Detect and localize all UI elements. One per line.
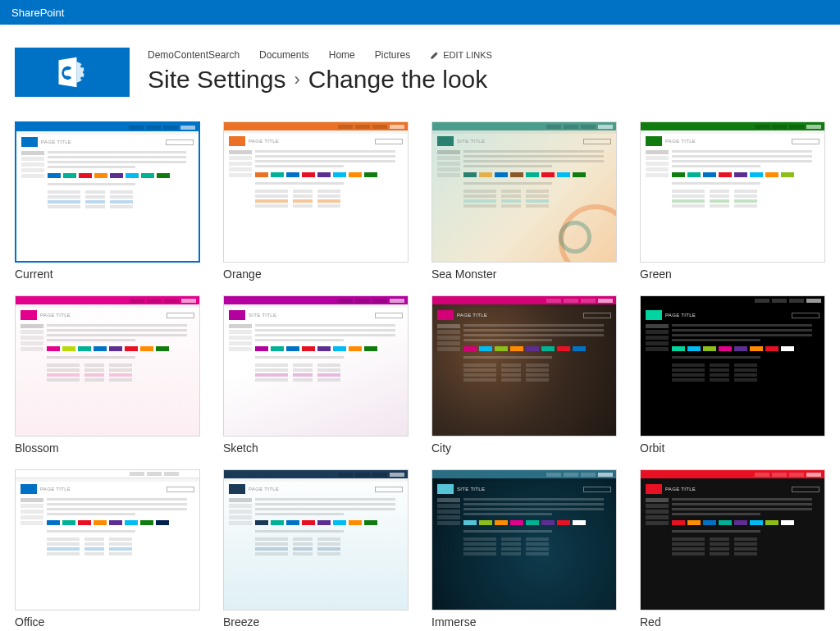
- theme-card-orbit[interactable]: PAGE TITLEOrbit: [640, 295, 825, 455]
- suite-bar: SharePoint: [0, 0, 840, 25]
- theme-preview: PAGE TITLE: [16, 470, 199, 610]
- svg-point-0: [80, 65, 84, 68]
- theme-name-label: Sea Monster: [431, 267, 617, 281]
- theme-card-orange[interactable]: PAGE TITLEOrange: [223, 121, 409, 281]
- theme-thumbnail: PAGE TITLE: [15, 121, 200, 263]
- theme-card-blossom[interactable]: PAGE TITLEBlossom: [15, 295, 200, 455]
- theme-name-label: Current: [15, 267, 200, 281]
- theme-thumbnail: SITE TITLE: [431, 469, 617, 610]
- theme-thumbnail: PAGE TITLE: [431, 295, 617, 437]
- theme-preview: PAGE TITLE: [432, 296, 616, 436]
- theme-preview: PAGE TITLE: [16, 123, 199, 261]
- theme-name-label: Orange: [223, 267, 409, 281]
- theme-preview: PAGE TITLE: [641, 122, 824, 262]
- nav-home[interactable]: Home: [329, 49, 355, 61]
- sharepoint-icon: [54, 54, 90, 90]
- theme-card-current[interactable]: PAGE TITLECurrent: [15, 121, 200, 281]
- theme-thumbnail: PAGE TITLE: [223, 121, 409, 263]
- edit-links-button[interactable]: EDIT LINKS: [430, 50, 492, 60]
- theme-thumbnail: PAGE TITLE: [640, 469, 825, 610]
- page-content: DemoContentSearch Documents Home Picture…: [0, 31, 840, 631]
- theme-preview: PAGE TITLE: [224, 122, 408, 262]
- site-logo[interactable]: [15, 48, 130, 97]
- theme-thumbnail: SITE TITLE: [223, 295, 409, 437]
- breadcrumb-current: Change the look: [308, 66, 488, 94]
- theme-card-green[interactable]: PAGE TITLEGreen: [640, 121, 825, 281]
- theme-name-label: City: [431, 441, 617, 455]
- theme-preview: SITE TITLE: [224, 296, 408, 436]
- theme-name-label: Orbit: [640, 441, 825, 455]
- theme-card-breeze[interactable]: PAGE TITLEBreeze: [223, 469, 409, 629]
- svg-point-2: [80, 77, 84, 80]
- theme-thumbnail: PAGE TITLE: [15, 469, 200, 610]
- theme-preview: SITE TITLE: [432, 122, 616, 262]
- svg-point-1: [83, 71, 86, 74]
- theme-name-label: Green: [640, 267, 825, 281]
- theme-card-office[interactable]: PAGE TITLEOffice: [15, 469, 200, 629]
- theme-preview: PAGE TITLE: [641, 296, 824, 436]
- nav-democontentsearch[interactable]: DemoContentSearch: [148, 49, 240, 61]
- page-header: DemoContentSearch Documents Home Picture…: [0, 31, 840, 107]
- theme-name-label: Sketch: [223, 441, 409, 455]
- theme-thumbnail: PAGE TITLE: [223, 469, 409, 610]
- edit-links-label: EDIT LINKS: [443, 50, 492, 60]
- theme-preview: PAGE TITLE: [224, 470, 408, 610]
- theme-card-city[interactable]: PAGE TITLECity: [431, 295, 617, 455]
- nav-pictures[interactable]: Pictures: [375, 49, 410, 61]
- theme-thumbnail: PAGE TITLE: [15, 295, 200, 437]
- theme-preview: PAGE TITLE: [641, 470, 824, 610]
- theme-card-immerse[interactable]: SITE TITLEImmerse: [431, 469, 617, 629]
- theme-thumbnail: PAGE TITLE: [640, 121, 825, 263]
- theme-thumbnail: SITE TITLE: [431, 121, 617, 263]
- theme-name-label: Immerse: [431, 615, 617, 629]
- theme-card-red[interactable]: PAGE TITLERed: [640, 469, 825, 629]
- theme-name-label: Breeze: [223, 615, 409, 629]
- theme-preview: SITE TITLE: [432, 470, 616, 610]
- theme-card-sketch[interactable]: SITE TITLESketch: [223, 295, 409, 455]
- theme-thumbnail: PAGE TITLE: [640, 295, 825, 437]
- theme-name-label: Blossom: [15, 441, 200, 455]
- theme-card-sea-monster[interactable]: SITE TITLESea Monster: [431, 121, 617, 281]
- top-navigation: DemoContentSearch Documents Home Picture…: [148, 49, 492, 61]
- chevron-right-icon: ›: [294, 69, 299, 90]
- nav-documents[interactable]: Documents: [259, 49, 309, 61]
- suite-brand[interactable]: SharePoint: [11, 7, 64, 19]
- theme-name-label: Office: [15, 615, 200, 629]
- pencil-icon: [430, 51, 439, 60]
- theme-preview: PAGE TITLE: [16, 296, 199, 436]
- theme-name-label: Red: [640, 615, 825, 629]
- theme-grid: PAGE TITLECurrentPAGE TITLEOrangeSITE TI…: [0, 107, 840, 629]
- breadcrumb-parent[interactable]: Site Settings: [148, 66, 285, 94]
- breadcrumb: Site Settings › Change the look: [148, 66, 492, 94]
